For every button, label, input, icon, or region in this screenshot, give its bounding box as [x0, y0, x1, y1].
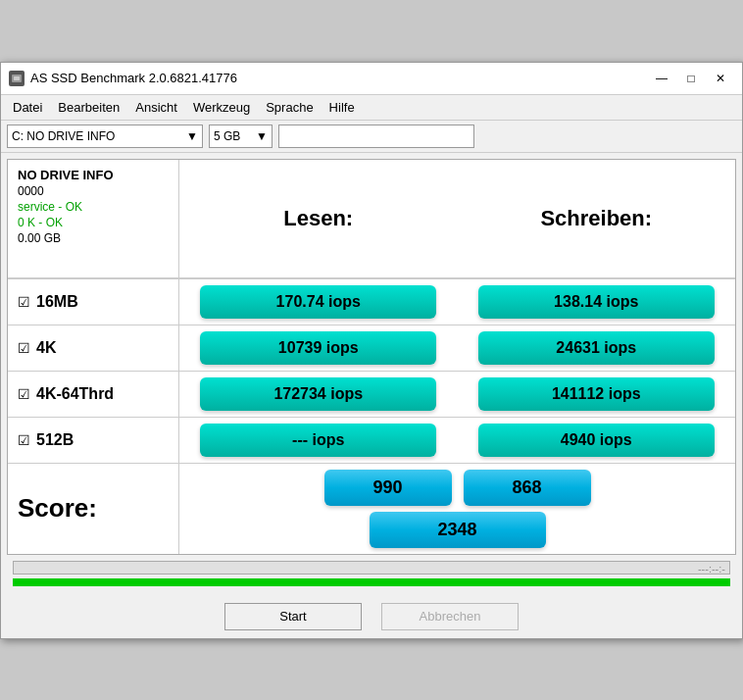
svg-rect-1: [14, 76, 20, 80]
label-4k: ☑ 4K: [8, 325, 179, 371]
label-16mb-text: 16MB: [36, 293, 78, 311]
bench-row-4k64: ☑ 4K-64Thrd 172734 iops 141112 iops: [8, 371, 735, 417]
window-title: AS SSD Benchmark 2.0.6821.41776: [30, 71, 237, 85]
write-16mb-cell: 138.14 iops: [458, 279, 736, 325]
score-values-area: 990 868 2348: [179, 464, 735, 554]
read-header-text: Lesen:: [283, 206, 353, 231]
checkbox-512b-icon: ☑: [18, 432, 30, 448]
minimize-button[interactable]: —: [648, 69, 675, 88]
size-dropdown[interactable]: 5 GB ▼: [209, 125, 272, 148]
checkbox-4k64-icon: ☑: [18, 386, 30, 402]
drive-info-size: 0.00 GB: [18, 231, 169, 245]
bench-area: NO DRIVE INFO 0000 service - OK 0 K - OK…: [7, 159, 736, 555]
score-row: Score: 990 868 2348: [8, 463, 735, 554]
size-arrow-icon: ▼: [256, 129, 268, 143]
read-4k-value: 10739 iops: [200, 331, 436, 365]
toolbar-input-field[interactable]: [278, 125, 474, 148]
toolbar: C: NO DRIVE INFO ▼ 5 GB ▼: [1, 121, 742, 153]
label-4k-text: 4K: [36, 339, 56, 357]
write-512b-value: 4940 iops: [478, 424, 715, 457]
titlebar-left: AS SSD Benchmark 2.0.6821.41776: [9, 71, 237, 86]
label-512b-text: 512B: [36, 431, 74, 449]
write-4k64-cell: 141112 iops: [458, 372, 736, 417]
label-4k64: ☑ 4K-64Thrd: [8, 372, 179, 417]
start-button[interactable]: Start: [224, 603, 362, 630]
write-4k-value: 24631 iops: [478, 331, 715, 365]
drive-info-access: 0 K - OK: [18, 216, 169, 229]
progress-bar: ---:--:-: [13, 561, 730, 575]
write-16mb-value: 138.14 iops: [478, 285, 715, 319]
read-4k64-cell: 172734 iops: [179, 372, 458, 417]
drive-info-name: NO DRIVE INFO: [18, 168, 169, 182]
menu-sprache[interactable]: Sprache: [258, 97, 321, 118]
drive-info-cell: NO DRIVE INFO 0000 service - OK 0 K - OK…: [8, 160, 179, 277]
progress-time: ---:--:-: [698, 562, 725, 575]
progress-area: ---:--:-: [7, 555, 736, 589]
menu-datei[interactable]: Datei: [5, 97, 50, 118]
read-4k-cell: 10739 iops: [179, 325, 458, 371]
write-4k64-value: 141112 iops: [478, 377, 715, 411]
score-write-value: 868: [464, 470, 591, 506]
score-total-value: 2348: [370, 512, 546, 548]
label-4k64-text: 4K-64Thrd: [36, 385, 114, 403]
score-read-value: 990: [324, 470, 452, 506]
label-16mb: ☑ 16MB: [8, 279, 179, 325]
drive-info-service: service - OK: [18, 200, 169, 214]
main-content: NO DRIVE INFO 0000 service - OK 0 K - OK…: [1, 153, 742, 595]
drive-label: C: NO DRIVE INFO: [12, 129, 115, 143]
bench-row-512b: ☑ 512B --- iops 4940 iops: [8, 417, 735, 463]
menubar: Datei Bearbeiten Ansicht Werkzeug Sprach…: [1, 95, 742, 121]
maximize-button[interactable]: □: [677, 69, 705, 88]
drive-info-id: 0000: [18, 184, 169, 198]
bench-header: NO DRIVE INFO 0000 service - OK 0 K - OK…: [8, 160, 735, 278]
checkbox-4k-icon: ☑: [18, 340, 30, 356]
bottom-buttons: Start Abbrechen: [1, 595, 742, 638]
menu-werkzeug[interactable]: Werkzeug: [185, 97, 258, 118]
read-512b-cell: --- iops: [179, 418, 458, 463]
menu-ansicht[interactable]: Ansicht: [127, 97, 185, 118]
cancel-button: Abbrechen: [381, 603, 519, 630]
read-512b-value: --- iops: [200, 424, 436, 457]
green-status-bar: [13, 578, 730, 586]
size-label: 5 GB: [214, 129, 240, 143]
write-header-cell: Schreiben:: [458, 160, 736, 277]
bench-row-16mb: ☑ 16MB 170.74 iops 138.14 iops: [8, 278, 735, 325]
app-icon: [9, 71, 25, 86]
titlebar: AS SSD Benchmark 2.0.6821.41776 — □ ✕: [1, 63, 742, 95]
write-header-text: Schreiben:: [540, 206, 652, 231]
bench-row-4k: ☑ 4K 10739 iops 24631 iops: [8, 325, 735, 371]
close-button[interactable]: ✕: [707, 69, 734, 88]
read-header-cell: Lesen:: [179, 160, 458, 277]
score-label-cell: Score:: [8, 464, 179, 554]
label-512b: ☑ 512B: [8, 418, 179, 463]
write-512b-cell: 4940 iops: [458, 418, 736, 463]
menu-hilfe[interactable]: Hilfe: [322, 97, 363, 118]
score-label-text: Score:: [18, 493, 97, 524]
score-top-row: 990 868: [187, 470, 727, 506]
read-4k64-value: 172734 iops: [200, 377, 436, 411]
dropdown-arrow-icon: ▼: [186, 129, 198, 143]
titlebar-controls: — □ ✕: [648, 69, 734, 88]
read-16mb-cell: 170.74 iops: [179, 279, 458, 325]
main-window: AS SSD Benchmark 2.0.6821.41776 — □ ✕ Da…: [0, 62, 743, 639]
read-16mb-value: 170.74 iops: [200, 285, 436, 319]
menu-bearbeiten[interactable]: Bearbeiten: [50, 97, 127, 118]
checkbox-16mb-icon: ☑: [18, 294, 30, 310]
write-4k-cell: 24631 iops: [458, 325, 736, 371]
drive-dropdown[interactable]: C: NO DRIVE INFO ▼: [7, 125, 203, 148]
